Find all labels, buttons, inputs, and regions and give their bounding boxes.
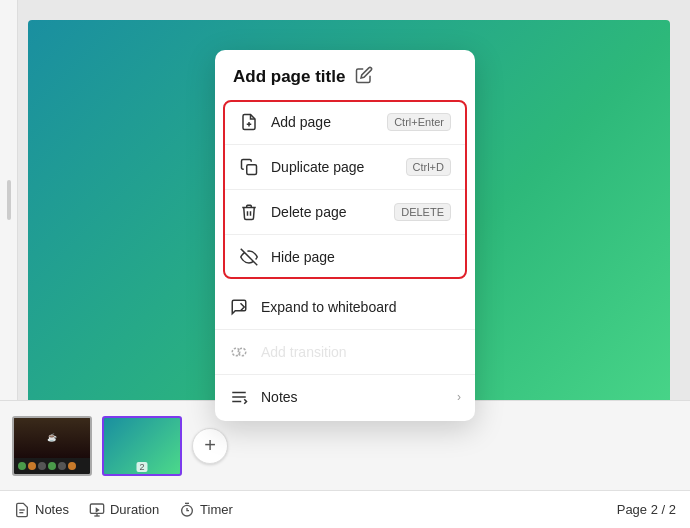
- hide-page-item[interactable]: Hide page: [225, 237, 465, 277]
- thumb1-dot: [38, 462, 46, 470]
- sidebar-handle: [7, 180, 11, 220]
- add-page-icon: [239, 112, 259, 132]
- menu-header: Add page title: [215, 50, 475, 100]
- delete-page-shortcut: DELETE: [394, 203, 451, 221]
- bordered-menu-group: Add page Ctrl+Enter Duplicate page Ctrl+…: [223, 100, 467, 279]
- thumb1-dot: [48, 462, 56, 470]
- divider-3: [225, 234, 465, 235]
- add-page-label: Add page: [271, 114, 375, 130]
- timer-label: Timer: [200, 502, 233, 517]
- edit-icon[interactable]: [355, 66, 373, 88]
- timer-toolbar-item[interactable]: Timer: [179, 502, 233, 518]
- divider-4: [215, 329, 475, 330]
- thumb1-dot: [68, 462, 76, 470]
- thumb1-dot: [28, 462, 36, 470]
- notes-chevron-icon: ›: [457, 390, 461, 404]
- thumb1-image: ☕: [14, 418, 90, 458]
- hide-page-icon: [239, 247, 259, 267]
- page-indicator: Page 2 / 2: [617, 502, 676, 517]
- divider-1: [225, 144, 465, 145]
- thumbnail-number: 2: [136, 462, 147, 472]
- bottom-toolbar: Notes Duration Timer Page 2 / 2: [0, 490, 690, 528]
- duplicate-page-shortcut: Ctrl+D: [406, 158, 451, 176]
- notes-label: Notes: [261, 389, 445, 405]
- thumbnail-2[interactable]: 2: [102, 416, 182, 476]
- add-slide-button[interactable]: +: [192, 428, 228, 464]
- thumb1-dot: [18, 462, 26, 470]
- svg-marker-14: [96, 507, 100, 512]
- menu-title: Add page title: [233, 67, 345, 87]
- add-transition-label: Add transition: [261, 344, 461, 360]
- duplicate-page-icon: [239, 157, 259, 177]
- duplicate-page-label: Duplicate page: [271, 159, 394, 175]
- thumb1-dots: [14, 458, 90, 474]
- expand-whiteboard-item[interactable]: Expand to whiteboard: [215, 287, 475, 327]
- menu-section-2: Expand to whiteboard Add transition: [215, 283, 475, 421]
- expand-whiteboard-label: Expand to whiteboard: [261, 299, 461, 315]
- thumbnail-1[interactable]: ☕: [12, 416, 92, 476]
- notes-toolbar-icon: [14, 502, 30, 518]
- svg-rect-2: [247, 165, 257, 175]
- transition-icon: [229, 342, 249, 362]
- duration-icon: [89, 502, 105, 518]
- timer-icon: [179, 502, 195, 518]
- delete-page-label: Delete page: [271, 204, 382, 220]
- notes-icon: [229, 387, 249, 407]
- add-page-shortcut: Ctrl+Enter: [387, 113, 451, 131]
- add-page-item[interactable]: Add page Ctrl+Enter: [225, 102, 465, 142]
- thumb1-dot: [58, 462, 66, 470]
- hide-page-label: Hide page: [271, 249, 451, 265]
- divider-5: [215, 374, 475, 375]
- delete-page-icon: [239, 202, 259, 222]
- duration-label: Duration: [110, 502, 159, 517]
- duration-toolbar-item[interactable]: Duration: [89, 502, 159, 518]
- divider-2: [225, 189, 465, 190]
- notes-toolbar-item[interactable]: Notes: [14, 502, 69, 518]
- duplicate-page-item[interactable]: Duplicate page Ctrl+D: [225, 147, 465, 187]
- context-menu: Add page title Add page Ctrl+Enter: [215, 50, 475, 421]
- notes-item[interactable]: Notes ›: [215, 377, 475, 417]
- add-transition-item[interactable]: Add transition: [215, 332, 475, 372]
- expand-icon: [229, 297, 249, 317]
- delete-page-item[interactable]: Delete page DELETE: [225, 192, 465, 232]
- notes-toolbar-label: Notes: [35, 502, 69, 517]
